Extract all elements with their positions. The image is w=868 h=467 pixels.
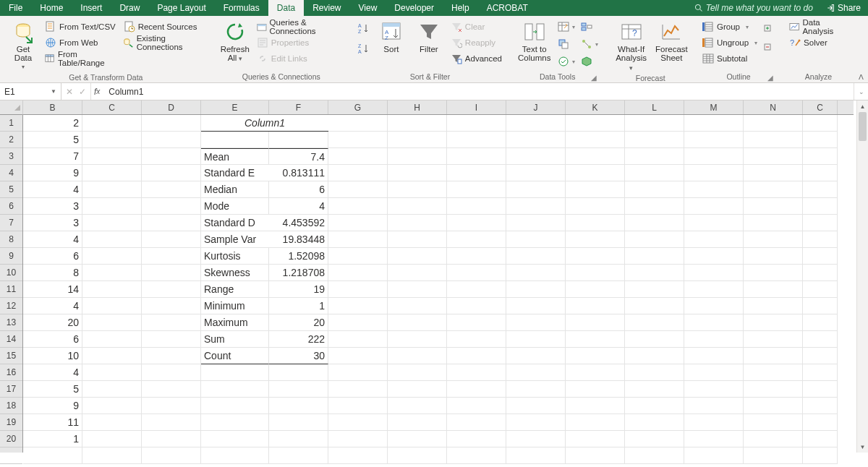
cell[interactable] bbox=[744, 364, 803, 381]
cell[interactable] bbox=[142, 447, 201, 464]
cell[interactable] bbox=[684, 165, 744, 181]
cell[interactable]: 6 bbox=[269, 181, 328, 198]
cell[interactable] bbox=[201, 398, 269, 414]
cell[interactable] bbox=[625, 298, 684, 314]
cell[interactable] bbox=[803, 431, 838, 447]
filter-button[interactable]: Filter bbox=[412, 19, 446, 55]
cell[interactable] bbox=[388, 331, 447, 348]
cell[interactable]: 6 bbox=[23, 331, 82, 348]
cell[interactable] bbox=[447, 298, 506, 314]
tab-help[interactable]: Help bbox=[443, 0, 478, 16]
cell[interactable] bbox=[625, 165, 684, 181]
row-header[interactable]: 6 bbox=[0, 198, 22, 215]
cell[interactable] bbox=[388, 165, 447, 181]
get-data-button[interactable]: GetData ▾ bbox=[6, 19, 41, 72]
cell[interactable] bbox=[142, 215, 201, 231]
cell[interactable] bbox=[328, 447, 388, 464]
tab-home[interactable]: Home bbox=[31, 0, 72, 16]
cell[interactable] bbox=[744, 148, 803, 165]
cell[interactable] bbox=[328, 198, 388, 215]
cell[interactable] bbox=[447, 381, 506, 398]
cell[interactable]: Standard D bbox=[201, 215, 269, 231]
row-header[interactable]: 11 bbox=[0, 281, 22, 298]
cell[interactable]: 0.813111 bbox=[269, 165, 328, 181]
cell[interactable] bbox=[447, 364, 506, 381]
cell[interactable] bbox=[388, 215, 447, 231]
cell[interactable] bbox=[803, 348, 838, 364]
cell[interactable] bbox=[684, 431, 744, 447]
cell[interactable] bbox=[803, 447, 838, 464]
cell[interactable] bbox=[82, 148, 142, 165]
cell[interactable] bbox=[684, 447, 744, 464]
cell[interactable] bbox=[142, 198, 201, 215]
cell[interactable] bbox=[269, 364, 328, 381]
cell[interactable] bbox=[142, 298, 201, 314]
cell[interactable]: Maximum bbox=[201, 314, 269, 331]
cell[interactable]: 14 bbox=[23, 281, 82, 298]
cell[interactable] bbox=[803, 398, 838, 414]
cell[interactable]: 4 bbox=[23, 231, 82, 248]
cell[interactable] bbox=[506, 364, 566, 381]
cell[interactable]: Median bbox=[201, 181, 269, 198]
cell[interactable]: Column1 bbox=[201, 115, 328, 132]
cell[interactable] bbox=[744, 215, 803, 231]
cell[interactable] bbox=[566, 215, 625, 231]
cell[interactable] bbox=[506, 331, 566, 348]
cell[interactable] bbox=[566, 447, 625, 464]
cell[interactable] bbox=[328, 381, 388, 398]
cell[interactable] bbox=[625, 348, 684, 364]
cell[interactable]: 6 bbox=[23, 248, 82, 265]
cell[interactable] bbox=[201, 381, 269, 398]
cell[interactable]: 19 bbox=[269, 281, 328, 298]
cell[interactable] bbox=[388, 381, 447, 398]
cell[interactable]: 2 bbox=[23, 115, 82, 132]
cell[interactable]: 4 bbox=[23, 298, 82, 314]
row-header[interactable]: 20 bbox=[0, 431, 22, 447]
cell[interactable] bbox=[82, 281, 142, 298]
cell[interactable] bbox=[625, 115, 684, 132]
row-header[interactable]: 16 bbox=[0, 364, 22, 381]
row-header[interactable]: 5 bbox=[0, 181, 22, 198]
cell[interactable] bbox=[566, 398, 625, 414]
cell[interactable] bbox=[447, 431, 506, 447]
cell[interactable] bbox=[506, 165, 566, 181]
tab-insert[interactable]: Insert bbox=[72, 0, 111, 16]
cell[interactable] bbox=[744, 181, 803, 198]
column-header[interactable]: C bbox=[803, 100, 838, 114]
scroll-thumb[interactable] bbox=[859, 112, 867, 141]
cell[interactable] bbox=[388, 265, 447, 281]
cell[interactable] bbox=[803, 265, 838, 281]
cell[interactable] bbox=[744, 431, 803, 447]
row-header[interactable]: 15 bbox=[0, 348, 22, 364]
row-header[interactable]: 1 bbox=[0, 115, 22, 132]
cell[interactable] bbox=[684, 281, 744, 298]
cell[interactable] bbox=[625, 248, 684, 265]
cell[interactable] bbox=[684, 364, 744, 381]
cell[interactable]: 1 bbox=[269, 298, 328, 314]
cell[interactable] bbox=[201, 447, 269, 464]
ungroup-button[interactable]: Ungroup▾ bbox=[701, 35, 759, 51]
text-to-columns-button[interactable]: Text toColumns bbox=[515, 19, 553, 64]
cell[interactable] bbox=[684, 132, 744, 148]
cell[interactable] bbox=[506, 348, 566, 364]
cell[interactable] bbox=[388, 181, 447, 198]
cell[interactable] bbox=[566, 431, 625, 447]
cell[interactable] bbox=[684, 348, 744, 364]
name-box[interactable]: E1▼ bbox=[0, 83, 61, 100]
sort-desc-button[interactable]: ZA bbox=[357, 40, 371, 56]
from-table-range-button[interactable]: From Table/Range bbox=[43, 51, 119, 67]
cell[interactable] bbox=[82, 198, 142, 215]
column-header[interactable]: B bbox=[23, 100, 82, 114]
row-header[interactable]: 8 bbox=[0, 231, 22, 248]
cell[interactable] bbox=[82, 398, 142, 414]
cell[interactable] bbox=[566, 248, 625, 265]
cell[interactable] bbox=[82, 431, 142, 447]
cell[interactable] bbox=[566, 181, 625, 198]
cell[interactable] bbox=[744, 198, 803, 215]
cell[interactable] bbox=[684, 398, 744, 414]
cell[interactable] bbox=[803, 281, 838, 298]
cell[interactable] bbox=[506, 281, 566, 298]
tell-me-search[interactable]: Tell me what you want to do bbox=[689, 0, 819, 16]
cell[interactable]: 7.4 bbox=[269, 148, 328, 165]
cell[interactable] bbox=[803, 115, 838, 132]
